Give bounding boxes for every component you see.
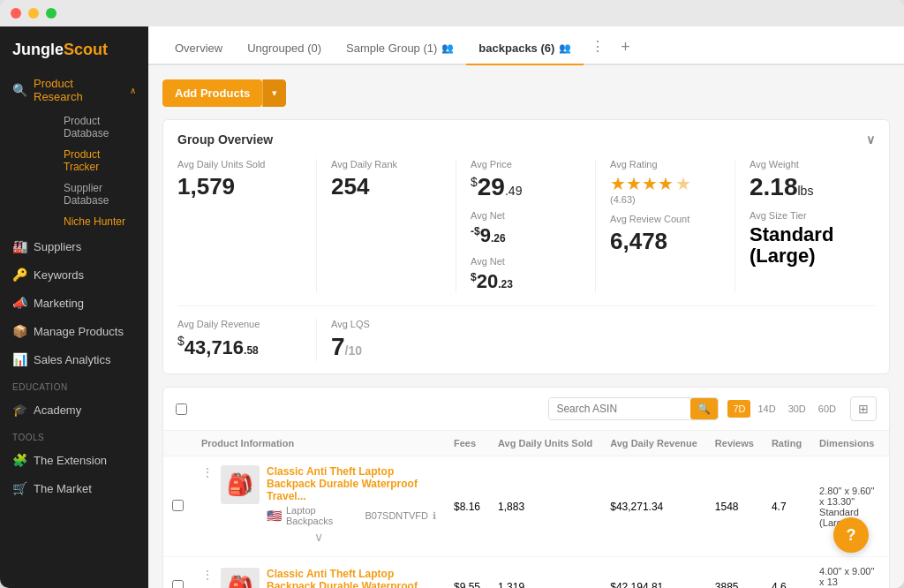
- rating-cell: 4.7: [763, 456, 810, 557]
- table-toolbar: 🔍 7D 14D 30D 60D ⊞: [163, 388, 889, 431]
- product-category: Laptop Backpacks: [286, 505, 360, 526]
- table-wrap: Product Information Fees Avg Daily Units…: [163, 431, 889, 588]
- group-overview-header: Group Overview ∨: [177, 132, 875, 147]
- stat-label-avg-review-count: Avg Review Count: [610, 214, 720, 224]
- col-dimensions: Dimensions: [810, 431, 889, 456]
- col-fees: Fees: [445, 431, 489, 456]
- table-row: ⋮ 🎒 Classic Anti Theft Laptop Backpack D…: [163, 456, 889, 557]
- sidebar-sub-item-product-database[interactable]: Product Database: [32, 110, 148, 144]
- marketing-icon: 📣: [12, 296, 26, 310]
- sidebar-item-marketing[interactable]: 📣 Marketing: [0, 289, 148, 317]
- add-products-button[interactable]: Add Products: [162, 79, 262, 107]
- minimize-button[interactable]: [28, 8, 39, 19]
- group-icon: 👥: [559, 42, 571, 54]
- time-7d[interactable]: 7D: [727, 400, 750, 418]
- sidebar-item-suppliers[interactable]: 🏭 Suppliers: [0, 232, 148, 260]
- avg-daily-units-cell: 1,319: [489, 557, 601, 589]
- market-icon: 🛒: [12, 481, 26, 495]
- col-product-info: Product Information: [192, 431, 445, 456]
- collapse-icon[interactable]: ∨: [866, 132, 875, 147]
- keywords-icon: 🔑: [12, 268, 26, 282]
- sidebar-item-label: Marketing: [34, 297, 84, 310]
- sidebar: JungleScout 🔍 Product Research ∧ Product…: [0, 26, 148, 588]
- sidebar-sub-item-niche-hunter[interactable]: Niche Hunter: [32, 211, 148, 232]
- row-checkbox-cell: [163, 557, 192, 589]
- search-button[interactable]: 🔍: [690, 398, 718, 419]
- stat-label-avg-fees: Avg Net: [471, 210, 581, 221]
- sidebar-item-keywords[interactable]: 🔑 Keywords: [0, 260, 148, 289]
- time-filter: 7D 14D 30D 60D: [727, 400, 841, 418]
- col-avg-daily-revenue: Avg Daily Revenue: [601, 431, 706, 456]
- sidebar-item-sales-analytics[interactable]: 📊 Sales Analytics: [0, 345, 148, 373]
- sidebar-item-product-research[interactable]: 🔍 Product Research ∧: [0, 70, 148, 110]
- table-header-row: Product Information Fees Avg Daily Units…: [163, 431, 889, 456]
- stat-avg-lqs: Avg LQS 7/10: [317, 319, 456, 361]
- maximize-button[interactable]: [46, 8, 56, 19]
- expand-button[interactable]: ∨: [201, 526, 436, 547]
- select-all-checkbox[interactable]: [176, 403, 187, 415]
- info-icon[interactable]: ℹ: [433, 510, 436, 522]
- sidebar-sub-item-product-tracker[interactable]: Product Tracker: [32, 144, 148, 177]
- stars-display: ★★★★★: [610, 173, 720, 194]
- sidebar-item-the-market[interactable]: 🛒 The Market: [0, 474, 148, 502]
- sidebar-sub-product-research: Product Database Product Tracker Supplie…: [0, 110, 148, 232]
- tab-overview[interactable]: Overview: [162, 33, 235, 65]
- product-asin: B07SDNTVFD: [365, 510, 428, 521]
- time-30d[interactable]: 30D: [783, 400, 811, 418]
- sidebar-item-label: The Market: [34, 482, 92, 495]
- add-products-group: Add Products ▾: [162, 79, 286, 107]
- search-asin-input[interactable]: [549, 398, 690, 419]
- dimensions-cell: 4.00" x 9.00" x 13 Standard (Large): [810, 557, 889, 589]
- rating-count: (4.63): [610, 194, 720, 205]
- sidebar-item-label: Keywords: [34, 268, 84, 282]
- sidebar-item-academy[interactable]: 🎓 Academy: [0, 396, 148, 424]
- row-actions[interactable]: ⋮: [201, 568, 214, 582]
- avg-daily-revenue-cell: $43,271.34: [601, 456, 706, 557]
- col-avg-daily-units: Avg Daily Units Sold: [489, 431, 601, 456]
- sidebar-item-label: Suppliers: [34, 240, 81, 253]
- stat-label-avg-net: Avg Net: [471, 256, 581, 267]
- stat-avg-daily-revenue: Avg Daily Revenue $43,716.58: [177, 319, 317, 361]
- stat-label: Avg Daily Units Sold: [177, 159, 302, 170]
- tab-more-button[interactable]: ⋮: [584, 29, 612, 64]
- main-content: Overview Ungrouped (0) Sample Group (1) …: [148, 26, 904, 588]
- sidebar-item-label: Manage Products: [34, 325, 124, 338]
- group-icon: 👥: [441, 42, 454, 54]
- products-table: Product Information Fees Avg Daily Units…: [163, 431, 889, 588]
- tab-ungrouped[interactable]: Ungrouped (0): [235, 33, 334, 65]
- row-actions[interactable]: ⋮: [201, 465, 214, 479]
- sidebar-item-the-extension[interactable]: 🧩 The Extension: [0, 446, 148, 474]
- row-2-checkbox[interactable]: [172, 580, 184, 588]
- tab-backpacks[interactable]: backpacks (6) 👥: [466, 33, 584, 65]
- add-products-dropdown-button[interactable]: ▾: [262, 79, 286, 107]
- columns-button[interactable]: ⊞: [850, 396, 877, 421]
- sidebar-section-tools: TOOLS: [0, 424, 148, 446]
- time-60d[interactable]: 60D: [813, 400, 841, 418]
- stat-value-avg-net: $20.23: [471, 270, 581, 293]
- sidebar-sub-item-supplier-database[interactable]: Supplier Database: [32, 177, 148, 211]
- time-14d[interactable]: 14D: [752, 400, 780, 418]
- stat-label-avg-size-tier: Avg Size Tier: [750, 210, 861, 221]
- tab-add-button[interactable]: +: [612, 31, 639, 64]
- table-section: 🔍 7D 14D 30D 60D ⊞: [162, 387, 890, 588]
- row-checkbox-cell: [163, 456, 192, 557]
- group-overview-title: Group Overview: [177, 132, 273, 147]
- flag-icon: 🇺🇸: [267, 509, 282, 523]
- close-button[interactable]: [11, 8, 21, 19]
- stat-avg-daily-units: Avg Daily Units Sold 1,579: [177, 159, 317, 293]
- dimensions-value: 2.80" x 9.60" x 13.30": [819, 486, 880, 507]
- help-button[interactable]: ?: [833, 517, 869, 553]
- content-area: Add Products ▾ Group Overview ∨ Avg Dai: [148, 65, 904, 588]
- tab-label: Ungrouped (0): [247, 41, 321, 55]
- stat-value: $29.49: [471, 173, 581, 201]
- stat-value: 1,579: [177, 173, 302, 200]
- tab-sample-group[interactable]: Sample Group (1) 👥: [334, 33, 466, 65]
- stat-label: Avg Price: [471, 159, 581, 170]
- tab-label: Sample Group (1): [346, 41, 437, 55]
- sidebar-item-manage-products[interactable]: 📦 Manage Products: [0, 317, 148, 345]
- row-1-checkbox[interactable]: [172, 500, 184, 511]
- product-info-cell: ⋮ 🎒 Classic Anti Theft Laptop Backpack D…: [192, 557, 445, 589]
- tab-label: Overview: [175, 41, 222, 55]
- product-name-link[interactable]: Classic Anti Theft Laptop Backpack Durab…: [267, 465, 418, 502]
- product-name-link[interactable]: Classic Anti Theft Laptop Backpack Durab…: [267, 568, 418, 588]
